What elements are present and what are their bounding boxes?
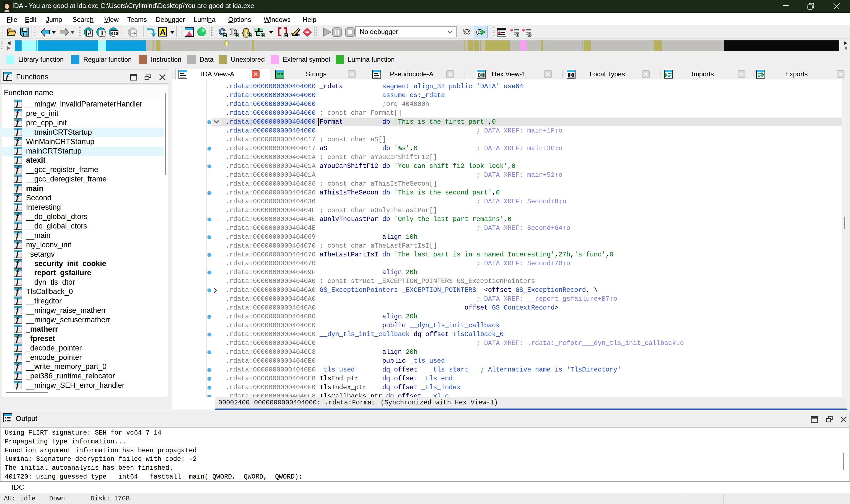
svg-text:T: T: [100, 29, 104, 37]
svg-text:010: 010: [111, 32, 118, 36]
svg-text:””: ””: [277, 71, 284, 78]
svg-text:0: 0: [569, 72, 572, 78]
svg-text:#: #: [88, 29, 91, 37]
